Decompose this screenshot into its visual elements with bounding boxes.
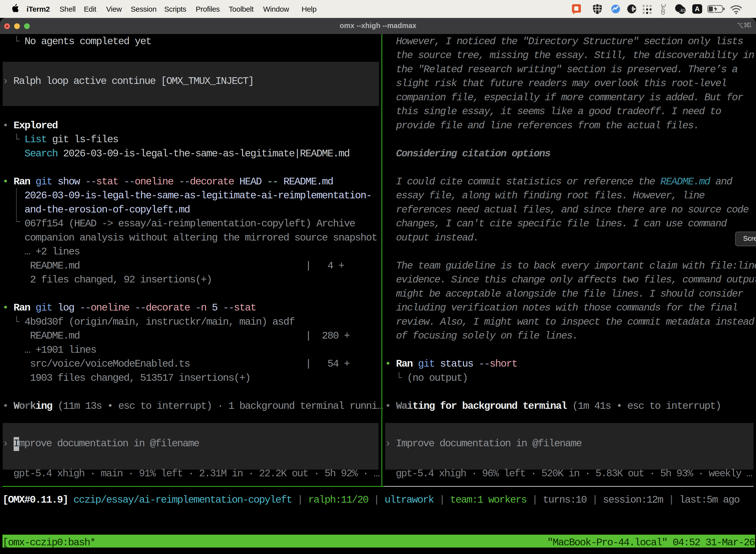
svg-text:..61: ..61: [679, 8, 685, 13]
svg-text:A: A: [695, 5, 700, 13]
